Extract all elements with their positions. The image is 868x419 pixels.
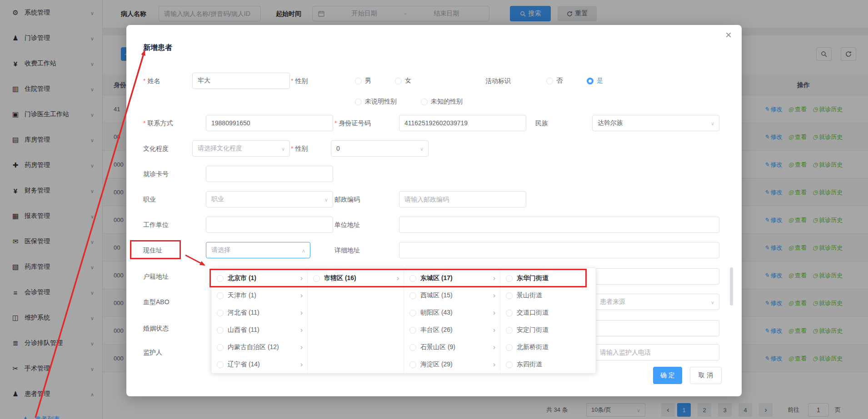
chevron-right-icon	[300, 360, 303, 369]
gender-unspecified-radio[interactable]: 未说明性别	[355, 94, 397, 110]
contact-input[interactable]	[206, 115, 333, 131]
household-input-fragment[interactable]	[594, 268, 719, 285]
visit-card-label: 就诊卡号	[143, 166, 169, 182]
cascader-province-column: 北京市 (1) 天津市 (1) 河北省 (11) 山西省 (11) 内蒙古自治区…	[211, 268, 308, 373]
radio-icon	[506, 275, 513, 282]
cascader-item-liaoning[interactable]: 辽宁省 (14)	[211, 356, 307, 373]
marital-label: 婚姻状态	[143, 320, 169, 336]
cascader-item-shijingshan[interactable]: 石景山区 (9)	[404, 339, 500, 356]
app-root: 系统管理 门诊管理 收费工作站 住院管理 门诊医生工作站 库房管理 药房管理 财…	[0, 0, 868, 419]
cascader-item-tianjin[interactable]: 天津市 (1)	[211, 287, 307, 304]
radio-icon	[409, 292, 416, 299]
postcode-input[interactable]	[399, 191, 526, 207]
gender2-select[interactable]: 0	[331, 140, 429, 157]
chevron-down-icon	[711, 119, 714, 127]
ethnicity-label: 民族	[535, 115, 548, 131]
current-address-label: 现住址	[143, 242, 162, 258]
cancel-button[interactable]: 取 消	[690, 367, 722, 384]
radio-icon	[506, 327, 513, 334]
chevron-right-icon	[493, 343, 495, 351]
radio-icon	[217, 327, 224, 334]
address-cascader-panel: 北京市 (1) 天津市 (1) 河北省 (11) 山西省 (11) 内蒙古自治区…	[211, 267, 596, 374]
cascader-item-jiaodaokou[interactable]: 交道口街道	[500, 304, 596, 321]
cascader-item-neimenggu[interactable]: 内蒙古自治区 (12)	[211, 339, 307, 356]
cascader-item-shixiaqu[interactable]: 市辖区 (16)	[308, 270, 404, 287]
ethnicity-select[interactable]: 达斡尔族	[592, 115, 719, 131]
unit-address-input[interactable]	[399, 217, 719, 233]
education-label: 文化程度	[143, 140, 169, 157]
radio-icon	[506, 310, 513, 316]
modal-scrollbar-thumb[interactable]	[730, 267, 733, 306]
unit-address-label: 单位地址	[334, 217, 360, 233]
detail-address-label: 详细地址	[334, 242, 360, 258]
cascader-item-chaoyang[interactable]: 朝阳区 (43)	[404, 304, 500, 321]
gender2-label: *性别	[291, 140, 308, 157]
cascader-item-jingshan[interactable]: 景山街道	[500, 287, 596, 304]
gender-label: *性别	[291, 73, 308, 89]
chevron-down-icon	[324, 196, 328, 203]
chevron-down-icon	[281, 145, 285, 152]
gender-female-radio[interactable]: 女	[395, 73, 411, 89]
chevron-right-icon	[493, 360, 495, 369]
education-select[interactable]: 请选择文化程度	[192, 140, 290, 157]
work-unit-input[interactable]	[206, 217, 333, 233]
contact-label: *联系方式	[143, 115, 173, 131]
current-address-select[interactable]: 请选择	[206, 242, 310, 258]
idcard-input[interactable]	[399, 115, 526, 131]
chevron-right-icon	[300, 326, 303, 334]
chevron-right-icon	[300, 274, 303, 282]
guardian-label: 监护人	[143, 344, 162, 360]
cascader-item-shanxi[interactable]: 山西省 (11)	[211, 321, 307, 339]
cascader-district-column: 东城区 (17) 西城区 (15) 朝阳区 (43) 丰台区 (26) 石景山区…	[404, 268, 500, 373]
chevron-up-icon	[302, 246, 305, 254]
marital-input-fragment[interactable]	[594, 320, 719, 336]
detail-address-input[interactable]	[399, 242, 719, 258]
active-yes-radio[interactable]: 是	[587, 73, 603, 89]
radio-icon	[409, 275, 416, 282]
radio-icon	[355, 78, 362, 84]
occupation-select[interactable]: 职业	[206, 191, 333, 207]
add-patient-modal: 新增患者 × *姓名 *性别 男 女 活动标识 否 是 未说明性别 未知的性别 …	[126, 25, 742, 396]
chevron-right-icon	[300, 343, 303, 351]
chevron-right-icon	[397, 274, 399, 282]
patient-source-select-fragment[interactable]: 患者来源	[594, 294, 719, 310]
chevron-right-icon	[300, 309, 303, 317]
radio-icon	[217, 344, 224, 351]
radio-icon	[506, 292, 513, 299]
gender-unknown-radio[interactable]: 未知的性别	[421, 94, 463, 110]
close-icon[interactable]: ×	[725, 30, 732, 40]
radio-icon	[506, 344, 513, 351]
blood-type-label: 血型ABO	[143, 294, 170, 310]
modal-title: 新增患者	[143, 43, 172, 53]
cascader-item-dongcheng[interactable]: 东城区 (17)	[404, 270, 500, 287]
cascader-item-hebei[interactable]: 河北省 (11)	[211, 304, 307, 321]
active-no-radio[interactable]: 否	[546, 73, 563, 89]
radio-checked-icon	[587, 78, 594, 84]
radio-icon	[421, 99, 428, 105]
cascader-item-beixinqiao[interactable]: 北新桥街道	[500, 339, 596, 356]
gender-male-radio[interactable]: 男	[355, 73, 371, 89]
guardian-phone-input[interactable]	[594, 344, 719, 360]
chevron-down-icon	[711, 298, 714, 306]
name-label: *姓名	[143, 73, 160, 89]
cascader-item-beijing[interactable]: 北京市 (1)	[211, 270, 307, 287]
work-unit-label: 工作单位	[143, 217, 169, 233]
radio-icon	[506, 361, 513, 368]
radio-icon	[217, 275, 224, 282]
occupation-label: 职业	[143, 191, 156, 207]
cascader-item-andingmen[interactable]: 安定门街道	[500, 321, 596, 339]
active-flag-label: 活动标识	[485, 73, 511, 89]
chevron-right-icon	[493, 309, 495, 317]
confirm-button[interactable]: 确 定	[653, 367, 682, 384]
chevron-right-icon	[493, 291, 495, 300]
cascader-city-column: 市辖区 (16)	[308, 268, 404, 373]
cascader-item-fengtai[interactable]: 丰台区 (26)	[404, 321, 500, 339]
cascader-item-xicheng[interactable]: 西城区 (15)	[404, 287, 500, 304]
cascader-item-haidian[interactable]: 海淀区 (29)	[404, 356, 500, 373]
cascader-item-dongsi[interactable]: 东四街道	[500, 356, 596, 373]
name-input[interactable]	[192, 73, 290, 89]
idcard-label: *身份证号码	[334, 115, 370, 131]
radio-icon	[409, 310, 416, 316]
visit-card-input[interactable]	[206, 166, 333, 182]
cascader-item-donghuamen[interactable]: 东华门街道	[500, 270, 596, 287]
